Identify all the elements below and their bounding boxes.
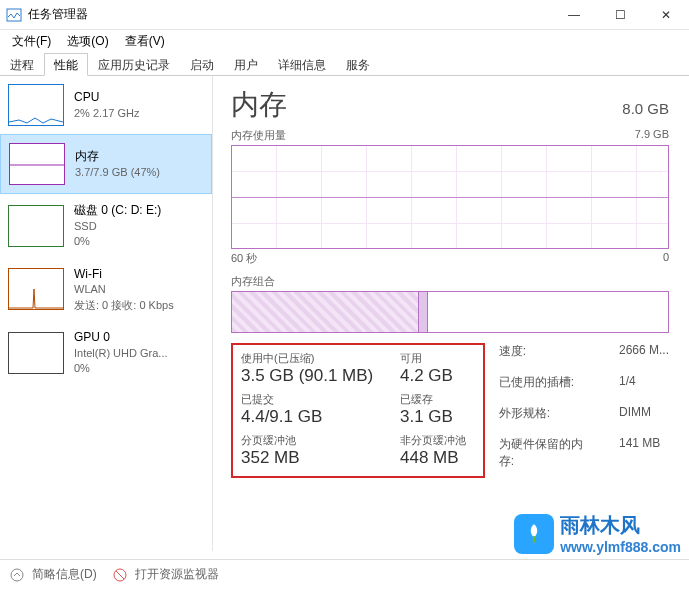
sidebar-item-disk[interactable]: 磁盘 0 (C: D: E:)SSD0% <box>0 194 212 258</box>
stat-committed: 4.4/9.1 GB <box>241 407 382 427</box>
tab-bar: 进程 性能 应用历史记录 启动 用户 详细信息 服务 <box>0 52 689 76</box>
composition-label: 内存组合 <box>231 274 669 289</box>
svg-line-5 <box>116 571 124 579</box>
watermark: 雨林木风www.ylmf888.com <box>514 512 681 555</box>
open-resmon-link[interactable]: 打开资源监视器 <box>135 566 219 583</box>
stat-form: DIMM <box>619 405 669 430</box>
stat-paged: 352 MB <box>241 448 382 468</box>
svg-point-3 <box>11 569 23 581</box>
stat-cached: 3.1 GB <box>400 407 475 427</box>
chart-label: 内存使用量 <box>231 128 286 143</box>
stat-speed: 2666 M... <box>619 343 669 368</box>
menu-file[interactable]: 文件(F) <box>4 31 59 52</box>
memory-usage-chart[interactable] <box>231 145 669 249</box>
watermark-icon <box>514 514 554 554</box>
sidebar-item-label: 内存 <box>75 148 160 165</box>
memory-details: 速度:2666 M... 已使用的插槽:1/4 外形规格:DIMM 为硬件保留的… <box>499 343 669 478</box>
sidebar-item-wifi[interactable]: Wi-FiWLAN发送: 0 接收: 0 Kbps <box>0 258 212 322</box>
chevron-up-icon <box>10 568 24 582</box>
disk-sparkline <box>8 205 64 247</box>
gpu-sparkline <box>8 332 64 374</box>
stat-available: 4.2 GB <box>400 366 475 386</box>
close-button[interactable]: ✕ <box>643 0 689 30</box>
minimize-button[interactable]: — <box>551 0 597 30</box>
performance-sidebar: CPU2% 2.17 GHz 内存3.7/7.9 GB (47%) 磁盘 0 (… <box>0 76 213 551</box>
window-title: 任务管理器 <box>28 6 551 23</box>
tab-app-history[interactable]: 应用历史记录 <box>88 53 180 76</box>
stat-slots: 1/4 <box>619 374 669 399</box>
sidebar-item-memory[interactable]: 内存3.7/7.9 GB (47%) <box>0 134 212 194</box>
stat-nonpaged: 448 MB <box>400 448 475 468</box>
axis-right: 0 <box>663 251 669 266</box>
resmon-icon <box>113 568 127 582</box>
cpu-sparkline <box>8 84 64 126</box>
wifi-sparkline <box>8 268 64 310</box>
memory-panel: 内存 8.0 GB 内存使用量 7.9 GB 60 秒 0 内存组合 使用中(已… <box>213 76 689 551</box>
fewer-details-link[interactable]: 简略信息(D) <box>32 566 97 583</box>
sidebar-item-gpu[interactable]: GPU 0Intel(R) UHD Gra...0% <box>0 321 212 385</box>
total-memory: 8.0 GB <box>622 100 669 117</box>
stat-in-use: 3.5 GB (90.1 MB) <box>241 366 382 386</box>
tab-details[interactable]: 详细信息 <box>268 53 336 76</box>
tab-startup[interactable]: 启动 <box>180 53 224 76</box>
stat-reserved: 141 MB <box>619 436 669 478</box>
menu-options[interactable]: 选项(O) <box>59 31 116 52</box>
footer-bar: 简略信息(D) 打开资源监视器 <box>0 559 689 589</box>
titlebar: 任务管理器 — ☐ ✕ <box>0 0 689 30</box>
chart-max: 7.9 GB <box>635 128 669 143</box>
tab-performance[interactable]: 性能 <box>44 53 88 76</box>
taskmgr-icon <box>6 7 22 23</box>
sidebar-item-label: CPU <box>74 89 139 106</box>
memory-composition-chart[interactable] <box>231 291 669 333</box>
sidebar-item-cpu[interactable]: CPU2% 2.17 GHz <box>0 76 212 134</box>
memory-sparkline <box>9 143 65 185</box>
menu-view[interactable]: 查看(V) <box>117 31 173 52</box>
stats-highlight-box: 使用中(已压缩)3.5 GB (90.1 MB) 可用4.2 GB 已提交4.4… <box>231 343 485 478</box>
content-area: CPU2% 2.17 GHz 内存3.7/7.9 GB (47%) 磁盘 0 (… <box>0 76 689 551</box>
menu-bar: 文件(F) 选项(O) 查看(V) <box>0 30 689 52</box>
sidebar-item-label: GPU 0 <box>74 329 168 346</box>
tab-services[interactable]: 服务 <box>336 53 380 76</box>
tab-users[interactable]: 用户 <box>224 53 268 76</box>
sidebar-item-label: 磁盘 0 (C: D: E:) <box>74 202 161 219</box>
tab-processes[interactable]: 进程 <box>0 53 44 76</box>
sidebar-item-label: Wi-Fi <box>74 266 174 283</box>
maximize-button[interactable]: ☐ <box>597 0 643 30</box>
axis-left: 60 秒 <box>231 251 257 266</box>
page-title: 内存 <box>231 86 287 124</box>
svg-rect-2 <box>533 536 535 543</box>
